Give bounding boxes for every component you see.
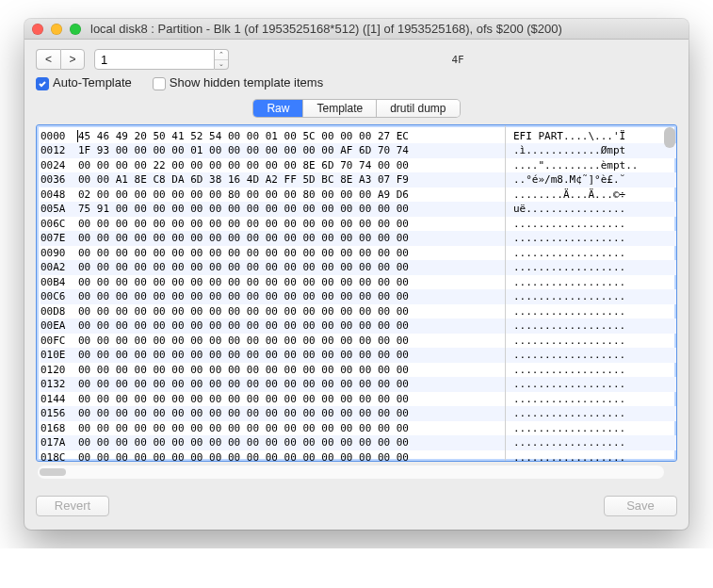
hex-row[interactable]: 00C600 00 00 00 00 00 00 00 00 00 00 00 … xyxy=(41,289,676,304)
hex-row[interactable]: 014400 00 00 00 00 00 00 00 00 00 00 00 … xyxy=(41,392,676,407)
hex-bytes[interactable]: 00 00 00 00 00 00 00 00 00 00 00 00 00 0… xyxy=(78,275,502,290)
hex-bytes[interactable]: 00 00 00 00 00 00 00 00 00 00 00 00 00 0… xyxy=(78,304,502,319)
hex-ascii[interactable]: .................. xyxy=(513,406,676,421)
hex-ascii[interactable]: .................. xyxy=(513,377,676,392)
column-divider xyxy=(502,217,513,232)
hex-row[interactable]: 018C00 00 00 00 00 00 00 00 00 00 00 00 … xyxy=(41,450,676,462)
hex-row[interactable]: 013200 00 00 00 00 00 00 00 00 00 00 00 … xyxy=(41,377,676,392)
hex-offset: 005A xyxy=(41,202,78,217)
column-divider xyxy=(502,275,513,290)
minimize-icon[interactable] xyxy=(51,24,62,35)
hex-row[interactable]: 012000 00 00 00 00 00 00 00 00 00 00 00 … xyxy=(41,363,676,378)
hex-row[interactable]: 00121F 93 00 00 00 00 01 00 00 00 00 00 … xyxy=(41,143,676,158)
block-input[interactable] xyxy=(94,49,215,70)
hex-row[interactable]: 004802 00 00 00 00 00 00 00 80 00 00 00 … xyxy=(41,188,676,203)
stepper-buttons: ⌃ ⌄ xyxy=(215,49,229,70)
hex-row[interactable]: 00A200 00 00 00 00 00 00 00 00 00 00 00 … xyxy=(41,260,676,275)
hex-ascii[interactable]: .................. xyxy=(513,246,676,261)
column-divider xyxy=(502,129,513,144)
hex-bytes[interactable]: 00 00 00 00 00 00 00 00 00 00 00 00 00 0… xyxy=(78,289,502,304)
tab-template[interactable]: Template xyxy=(303,100,377,117)
hex-bytes[interactable]: 00 00 00 00 00 00 00 00 00 00 00 00 00 0… xyxy=(78,260,502,275)
step-down-button[interactable]: ⌄ xyxy=(215,60,228,70)
hex-bytes[interactable]: 00 00 00 00 00 00 00 00 00 00 00 00 00 0… xyxy=(78,318,502,334)
hex-ascii[interactable]: .................. xyxy=(513,304,676,319)
hex-row[interactable]: 00D800 00 00 00 00 00 00 00 00 00 00 00 … xyxy=(41,304,676,319)
hex-ascii[interactable]: .................. xyxy=(513,260,676,275)
horizontal-scrollbar-track[interactable] xyxy=(38,466,664,479)
hex-bytes[interactable]: 02 00 00 00 00 00 00 00 80 00 00 00 80 0… xyxy=(78,188,502,203)
hex-row[interactable]: 005A75 91 00 00 00 00 00 00 00 00 00 00 … xyxy=(41,202,676,217)
hex-ascii[interactable]: .................. xyxy=(513,363,676,378)
hex-bytes[interactable]: 00 00 00 00 00 00 00 00 00 00 00 00 00 0… xyxy=(78,231,502,246)
hex-row[interactable]: 000045 46 49 20 50 41 52 54 00 00 01 00 … xyxy=(41,129,676,144)
hex-row[interactable]: 007E00 00 00 00 00 00 00 00 00 00 00 00 … xyxy=(41,231,676,246)
column-divider xyxy=(502,304,513,319)
hex-ascii[interactable]: .ì............Ømpt xyxy=(513,143,676,158)
auto-template-option[interactable]: Auto-Template xyxy=(36,75,132,90)
hex-bytes[interactable]: 00 00 00 00 00 00 00 00 00 00 00 00 00 0… xyxy=(78,217,502,232)
next-button[interactable]: > xyxy=(60,49,85,70)
hex-row[interactable]: 016800 00 00 00 00 00 00 00 00 00 00 00 … xyxy=(41,421,676,436)
hex-bytes[interactable]: 00 00 00 00 00 00 00 00 00 00 00 00 00 0… xyxy=(78,363,502,378)
hex-ascii[interactable]: .................. xyxy=(513,318,676,334)
hex-ascii[interactable]: EFI PART....\...'Ï xyxy=(513,129,676,144)
hex-row[interactable]: 002400 00 00 00 22 00 00 00 00 00 00 00 … xyxy=(41,158,676,173)
hex-row[interactable]: 00FC00 00 00 00 00 00 00 00 00 00 00 00 … xyxy=(41,334,676,349)
hex-row[interactable]: 017A00 00 00 00 00 00 00 00 00 00 00 00 … xyxy=(41,435,676,450)
column-divider xyxy=(502,392,513,407)
hex-offset: 00A2 xyxy=(41,260,78,275)
prev-button[interactable]: < xyxy=(36,49,60,70)
hex-ascii[interactable]: .................. xyxy=(513,231,676,246)
hex-bytes[interactable]: 00 00 00 00 00 00 00 00 00 00 00 00 00 0… xyxy=(78,406,502,421)
hex-bytes[interactable]: 45 46 49 20 50 41 52 54 00 00 01 00 5C 0… xyxy=(78,129,502,144)
hex-row[interactable]: 010E00 00 00 00 00 00 00 00 00 00 00 00 … xyxy=(41,348,676,363)
hex-ascii[interactable]: ....".........èmpt.. xyxy=(513,158,676,173)
hex-bytes[interactable]: 00 00 00 00 00 00 00 00 00 00 00 00 00 0… xyxy=(78,435,502,450)
hex-bytes[interactable]: 00 00 A1 8E C8 DA 6D 38 16 4D A2 FF 5D B… xyxy=(78,172,502,188)
hex-bytes[interactable]: 00 00 00 00 00 00 00 00 00 00 00 00 00 0… xyxy=(78,348,502,363)
step-up-button[interactable]: ⌃ xyxy=(215,50,228,60)
hex-ascii[interactable]: .................. xyxy=(513,334,676,349)
tab-raw[interactable]: Raw xyxy=(253,100,303,117)
hex-row[interactable]: 006C00 00 00 00 00 00 00 00 00 00 00 00 … xyxy=(41,217,676,232)
vertical-scrollbar[interactable] xyxy=(664,127,675,148)
hex-ascii[interactable]: .................. xyxy=(513,392,676,407)
show-hidden-option[interactable]: Show hidden template items xyxy=(153,75,323,90)
hex-row[interactable]: 00B400 00 00 00 00 00 00 00 00 00 00 00 … xyxy=(41,275,676,290)
hex-row[interactable]: 015600 00 00 00 00 00 00 00 00 00 00 00 … xyxy=(41,406,676,421)
tab-drutil[interactable]: drutil dump xyxy=(377,100,459,117)
hex-ascii[interactable]: .................. xyxy=(513,435,676,450)
hex-bytes[interactable]: 00 00 00 00 00 00 00 00 00 00 00 00 00 0… xyxy=(78,377,502,392)
close-icon[interactable] xyxy=(32,24,43,35)
hex-bytes[interactable]: 00 00 00 00 00 00 00 00 00 00 00 00 00 0… xyxy=(78,392,502,407)
hex-bytes[interactable]: 00 00 00 00 22 00 00 00 00 00 00 00 8E 6… xyxy=(78,158,502,173)
footer: Revert Save xyxy=(24,486,689,530)
hex-ascii[interactable]: .................. xyxy=(513,348,676,363)
hex-ascii[interactable]: .................. xyxy=(513,275,676,290)
hex-bytes[interactable]: 00 00 00 00 00 00 00 00 00 00 00 00 00 0… xyxy=(78,421,502,436)
hex-ascii[interactable]: ........Ä...Ä...©÷ xyxy=(513,188,676,203)
hex-bytes[interactable]: 00 00 00 00 00 00 00 00 00 00 00 00 00 0… xyxy=(78,334,502,349)
hex-view[interactable]: 000045 46 49 20 50 41 52 54 00 00 01 00 … xyxy=(36,124,677,462)
column-divider xyxy=(502,246,513,261)
hex-ascii[interactable]: ..°é»/m8.M¢˜]°è£.˘ xyxy=(513,172,676,188)
hex-ascii[interactable]: .................. xyxy=(513,217,676,232)
hex-row[interactable]: 00EA00 00 00 00 00 00 00 00 00 00 00 00 … xyxy=(41,318,676,334)
hex-ascii[interactable]: .................. xyxy=(513,289,676,304)
hex-ascii[interactable]: .................. xyxy=(513,450,676,462)
hex-bytes[interactable]: 00 00 00 00 00 00 00 00 00 00 00 00 00 0… xyxy=(78,450,502,462)
hex-bytes[interactable]: 00 00 00 00 00 00 00 00 00 00 00 00 00 0… xyxy=(78,246,502,261)
toolbar: < > ⌃ ⌄ 4F xyxy=(24,40,689,75)
hex-bytes[interactable]: 75 91 00 00 00 00 00 00 00 00 00 00 00 0… xyxy=(78,202,502,217)
revert-button[interactable]: Revert xyxy=(36,496,109,516)
hex-row[interactable]: 009000 00 00 00 00 00 00 00 00 00 00 00 … xyxy=(41,246,676,261)
hex-ascii[interactable]: .................. xyxy=(513,421,676,436)
hex-ascii[interactable]: uë................ xyxy=(513,202,676,217)
horizontal-scrollbar[interactable] xyxy=(40,468,66,476)
save-button[interactable]: Save xyxy=(604,496,677,516)
block-stepper: ⌃ ⌄ xyxy=(94,49,229,70)
hex-bytes[interactable]: 1F 93 00 00 00 00 01 00 00 00 00 00 00 0… xyxy=(78,143,502,158)
zoom-icon[interactable] xyxy=(70,24,81,35)
hex-row[interactable]: 003600 00 A1 8E C8 DA 6D 38 16 4D A2 FF … xyxy=(41,172,676,188)
